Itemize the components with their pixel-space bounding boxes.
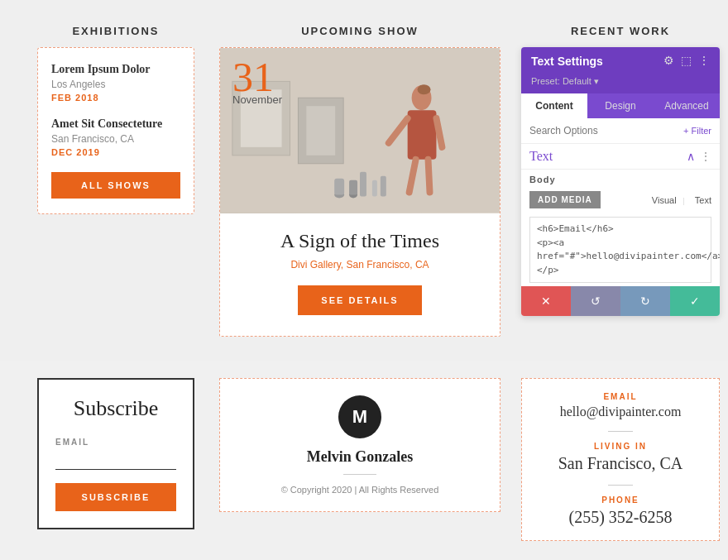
settings-icon[interactable]: ⚙ [663,54,674,68]
exhibit-item-1: Lorem Ipsum Dolor Los Angeles FEB 2018 [51,63,180,103]
see-details-button[interactable]: SEE DETAILS [298,285,421,315]
svg-rect-14 [381,176,386,197]
contact-email: hello@divipainter.com [534,404,707,419]
author-section: M Melvin Gonzales © Copyright 2020 | All… [207,370,513,549]
exhibitions-section: EXHIBITIONS Lorem Ipsum Dolor Los Angele… [25,17,207,345]
cancel-button[interactable]: ✕ [521,286,571,316]
subscribe-title: Subscribe [55,396,176,421]
upcoming-card: 31 November A Sign of the Times Divi Gal… [219,47,500,337]
panel-footer: ✕ ↺ ↻ ✓ [521,286,720,316]
author-name: Melvin Gonzales [237,448,483,466]
date-number: 31 [232,56,282,98]
date-overlay: 31 November [232,56,282,106]
exhibit-title-1: Lorem Ipsum Dolor [51,63,180,76]
exhibit-date-1: FEB 2018 [51,93,180,103]
exhibit-location-2: San Francisco, CA [51,133,180,145]
avatar: M [338,395,381,438]
text-section-label: Text [529,149,553,164]
copyright-text: © Copyright 2020 | All Rights Reserved [237,485,483,495]
email-label: EMAIL [55,438,176,447]
upcoming-title: UPCOMING SHOW [219,25,500,37]
svg-rect-18 [349,180,357,195]
tab-design[interactable]: Design [587,93,654,118]
all-shows-button[interactable]: ALL SHOWS [51,172,180,199]
redo-button[interactable]: ↻ [620,286,670,316]
undo-button[interactable]: ↺ [571,286,620,316]
living-label: LIVING IN [534,442,707,451]
tab-content[interactable]: Content [521,93,587,118]
panel-header: Text Settings ⚙ ⬚ ⋮ [521,47,720,74]
collapse-icon[interactable]: ∧ [687,150,695,164]
contact-divider-1 [608,431,633,432]
body-label: Body [521,170,720,188]
code-line3: </p> [537,265,559,275]
contact-section: EMAIL hello@divipainter.com LIVING IN Sa… [513,370,728,549]
contact-divider-2 [608,485,633,486]
more-icon[interactable]: ⋮ [698,54,710,68]
exhibit-title-2: Amet Sit Consecteture [51,117,180,131]
show-info: A Sign of the Times Divi Gallery, San Fr… [220,213,500,336]
svg-rect-13 [372,180,377,197]
email-input[interactable] [55,450,176,470]
svg-rect-12 [360,172,366,197]
subscribe-card: Subscribe EMAIL SUBSCRIBE [37,378,194,529]
panel-header-icons: ⚙ ⬚ ⋮ [663,54,710,68]
svg-line-11 [429,160,430,193]
svg-rect-4 [306,106,335,156]
svg-rect-7 [408,110,437,160]
svg-point-6 [418,84,431,94]
exhibit-location-1: Los Angeles [51,79,180,90]
exhibit-date-2: DEC 2019 [51,147,180,157]
upcoming-section: UPCOMING SHOW [207,17,513,345]
show-subtitle: Divi Gallery, San Francisco, CA [237,259,483,270]
exhibitions-title: EXHIBITIONS [37,25,194,37]
code-area[interactable]: <h6>Email</h6> <p><a href="#">hello@divi… [529,217,711,283]
copy-icon[interactable]: ⬚ [681,54,692,68]
date-month: November [232,93,282,106]
text-settings-panel: Text Settings ⚙ ⬚ ⋮ Preset: Default ▾ Co… [521,47,720,316]
exhibitions-card: Lorem Ipsum Dolor Los Angeles FEB 2018 A… [37,47,194,214]
exhibit-item-2: Amet Sit Consecteture San Francisco, CA … [51,117,180,157]
media-toolbar: ADD MEDIA Visual | Text [521,188,720,213]
confirm-button[interactable]: ✓ [670,286,720,316]
recent-title: RECENT WORK [521,25,720,37]
svg-rect-16 [334,179,344,195]
email-section-label: EMAIL [534,392,707,401]
subscribe-button[interactable]: SUBSCRIBE [55,483,176,511]
show-image: 31 November [220,48,500,213]
panel-preset[interactable]: Preset: Default ▾ [521,74,720,93]
contact-city: San Francisco, CA [534,454,707,473]
text-options-icon[interactable]: ⋮ [700,150,711,164]
search-input[interactable] [529,125,683,136]
subscribe-section: Subscribe EMAIL SUBSCRIBE [25,370,207,549]
author-card: M Melvin Gonzales © Copyright 2020 | All… [219,378,500,512]
text-section-controls: ∧ ⋮ [687,150,711,164]
panel-title: Text Settings [531,55,603,68]
tab-advanced[interactable]: Advanced [654,93,720,118]
panel-search: + Filter [521,118,720,144]
author-divider [343,474,376,475]
recent-section: RECENT WORK Text Settings ⚙ ⬚ ⋮ Preset: … [513,17,728,345]
visual-button[interactable]: Visual [652,195,677,205]
filter-button[interactable]: + Filter [683,126,711,136]
text-mode-button[interactable]: Text [695,195,711,205]
code-line1: <h6>Email</h6> [537,223,614,234]
show-image-bg: 31 November [220,48,500,213]
contact-card: EMAIL hello@divipainter.com LIVING IN Sa… [521,378,720,541]
show-main-title: A Sign of the Times [237,230,483,252]
contact-phone: (255) 352-6258 [534,508,707,527]
code-line2: <p><a href="#">hello@divipainter.com</a> [537,237,720,262]
panel-tabs: Content Design Advanced [521,93,720,118]
phone-label: PHONE [534,495,707,505]
add-media-button[interactable]: ADD MEDIA [529,191,601,208]
text-section-header: Text ∧ ⋮ [521,144,720,170]
